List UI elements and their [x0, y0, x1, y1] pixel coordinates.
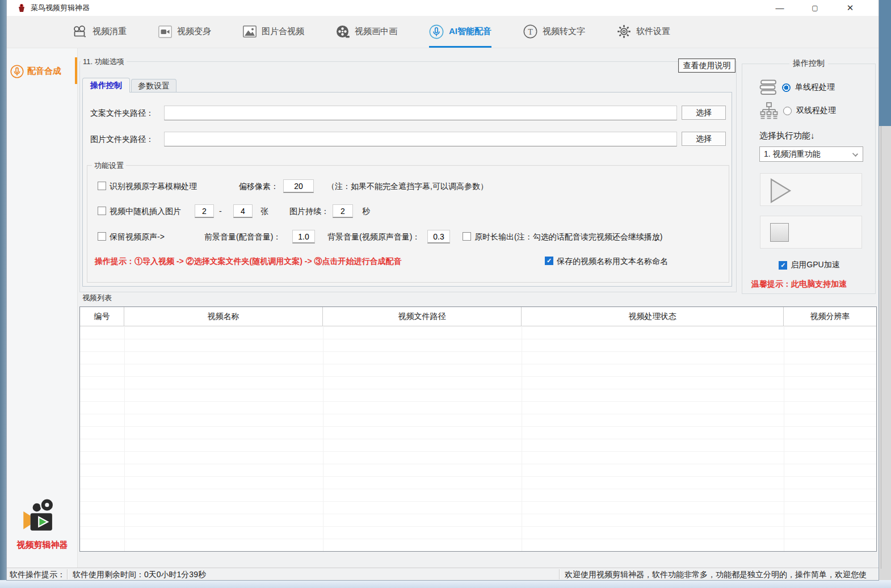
fg-volume-input[interactable]	[292, 230, 315, 243]
text-folder-input[interactable]	[164, 106, 677, 120]
status-label: 软件操作提示：	[10, 570, 65, 580]
gpu-label: 启用GPU加速	[791, 260, 839, 270]
chevron-down-icon	[852, 151, 858, 157]
offset-pixels-input[interactable]	[283, 179, 314, 193]
gpu-hint-text: 温馨提示：此电脑支持加速	[751, 279, 847, 289]
app-window: 菜鸟视频剪辑神器 — ▢ ✕ 视频消重 视频变身	[7, 0, 879, 580]
microphone-icon	[429, 24, 444, 39]
desktop-edge-left	[0, 0, 7, 580]
function-settings-groupbox: 功能设置 识别视频原字幕模糊处理 偏移像素： （注：如果不能完全遮挡字幕,可以调…	[87, 165, 729, 283]
operation-control-groupbox: 单线程处理 双线程处理 选择执行功能↓ 1. 视频消重功能	[742, 64, 876, 294]
gear-icon	[617, 24, 631, 39]
divider	[559, 569, 560, 579]
dual-thread-icon	[759, 102, 779, 120]
play-icon	[770, 178, 792, 203]
title-bar: 菜鸟视频剪辑神器 — ▢ ✕	[7, 0, 879, 16]
video-list-body[interactable]	[80, 327, 876, 551]
column-header-name[interactable]: 视频名称	[124, 307, 323, 326]
subtitle-blur-row: 识别视频原字幕模糊处理 偏移像素： （注：如果不能完全遮挡字幕,可以调高参数）	[87, 179, 729, 193]
subtitle-blur-checkbox[interactable]	[98, 182, 106, 190]
fg-volume-label: 前景音量(配音音量)：	[204, 232, 281, 242]
nav-tab-picture-in-picture[interactable]: 视频画中画	[336, 16, 397, 48]
stop-button[interactable]	[760, 216, 862, 249]
microphone-icon	[10, 65, 24, 78]
image-duration-input[interactable]	[333, 204, 353, 218]
select-function-label: 选择执行功能↓	[759, 131, 815, 141]
maximize-button[interactable]: ▢	[809, 0, 821, 16]
column-header-path[interactable]: 视频文件路径	[323, 307, 522, 326]
function-select-dropdown[interactable]: 1. 视频消重功能	[759, 146, 863, 162]
minimize-button[interactable]: —	[774, 0, 785, 16]
operation-hint-row: 操作提示：①导入视频 -> ②选择文案文件夹(随机调用文案) -> ③点击开始进…	[87, 255, 729, 268]
single-thread-icon	[759, 79, 777, 96]
svg-text:T: T	[528, 28, 533, 36]
insert-unit-label: 张	[260, 207, 268, 217]
sidebar-active-indicator	[75, 57, 77, 84]
column-header-number[interactable]: 编号	[80, 307, 124, 326]
nav-tab-video-to-text[interactable]: T 视频转文字	[523, 16, 585, 48]
nav-tab-image-to-video[interactable]: 图片合视频	[243, 16, 304, 48]
check-icon: ✓	[780, 262, 785, 268]
divider	[67, 569, 68, 579]
video-list-title: 视频列表	[81, 293, 114, 303]
operation-hint-text: 操作提示：①导入视频 -> ②选择文案文件夹(随机调用文案) -> ③点击开始进…	[95, 257, 402, 267]
divider	[881, 126, 881, 569]
insert-max-input[interactable]	[233, 204, 253, 218]
random-insert-row: 视频中随机插入图片 - 张 图片持续： 秒	[87, 204, 729, 218]
single-thread-radio[interactable]	[782, 83, 791, 92]
start-button[interactable]	[760, 173, 862, 206]
save-name-checkbox[interactable]: ✓	[545, 257, 553, 265]
single-thread-label: 单线程处理	[795, 82, 835, 93]
dual-thread-label: 双线程处理	[796, 106, 836, 116]
sidebar-item-dubbing-synthesis[interactable]: 配音合成	[10, 58, 78, 84]
sidebar: 配音合成 视频剪辑神器	[7, 48, 78, 568]
tab-operation-control[interactable]: 操作控制	[82, 78, 130, 93]
film-reel-icon	[336, 25, 350, 39]
top-nav: 视频消重 视频变身 图片合视频	[7, 16, 879, 48]
bg-volume-input[interactable]	[427, 230, 450, 243]
image-folder-choose-button[interactable]: 选择	[682, 132, 726, 146]
image-folder-row: 图片文件夹路径： 选择	[90, 132, 726, 146]
duration-unit-label: 秒	[362, 207, 370, 217]
gpu-checkbox[interactable]: ✓	[779, 261, 787, 270]
operation-control-title: 操作控制	[789, 58, 828, 69]
column-divider	[522, 327, 522, 551]
desktop-edge-right	[879, 0, 891, 580]
column-header-status[interactable]: 视频处理状态	[522, 307, 784, 326]
original-duration-label: 原时长输出(注：勾选的话配音读完视频还会继续播放)	[474, 232, 662, 242]
status-bar: 软件操作提示： 软件使用剩余时间：0天0小时1分39秒 欢迎使用视频剪辑神器，软…	[7, 568, 879, 580]
original-duration-checkbox[interactable]	[463, 232, 471, 241]
sidebar-item-label: 配音合成	[27, 66, 61, 77]
video-camera-icon	[158, 26, 172, 38]
function-options-title: 11. 功能选项	[81, 57, 127, 67]
subtitle-blur-label: 识别视频原字幕模糊处理	[110, 182, 197, 192]
video-list-table: 编号 视频名称 视频文件路径 视频处理状态 视频分辨率	[79, 306, 877, 552]
keep-audio-row: 保留视频原声-> 前景音量(配音音量)： 背景音量(视频原声音量)： 原时长输出…	[87, 230, 729, 243]
tab-parameter-settings[interactable]: 参数设置	[131, 79, 176, 93]
remaining-time-text: 软件使用剩余时间：0天0小时1分39秒	[73, 570, 206, 580]
close-button[interactable]: ✕	[844, 0, 856, 16]
keep-audio-checkbox[interactable]	[98, 232, 106, 241]
dual-thread-radio[interactable]	[783, 107, 792, 115]
column-divider	[323, 327, 323, 551]
stop-icon	[770, 223, 789, 242]
check-icon: ✓	[547, 258, 552, 264]
column-header-resolution[interactable]: 视频分辨率	[784, 307, 876, 326]
nav-tab-video-dedup[interactable]: 视频消重	[73, 16, 127, 48]
nav-tab-video-transform[interactable]: 视频变身	[158, 16, 211, 48]
nav-tab-ai-dubbing[interactable]: AI智能配音	[429, 16, 491, 48]
view-instructions-button[interactable]: 查看使用说明	[678, 58, 736, 73]
random-insert-checkbox[interactable]	[98, 207, 106, 215]
nav-tab-settings[interactable]: 软件设置	[617, 16, 670, 48]
insert-min-input[interactable]	[195, 204, 214, 218]
function-settings-title: 功能设置	[92, 161, 126, 171]
text-folder-choose-button[interactable]: 选择	[682, 106, 726, 120]
image-folder-input[interactable]	[164, 132, 677, 146]
offset-pixels-label: 偏移像素：	[239, 182, 279, 192]
background-window-sliver	[879, 0, 891, 126]
offset-note: （注：如果不能完全遮挡字幕,可以调高参数）	[327, 182, 488, 192]
column-divider	[784, 327, 784, 551]
image-duration-label: 图片持续：	[289, 207, 329, 217]
video-list-header: 编号 视频名称 视频文件路径 视频处理状态 视频分辨率	[80, 307, 876, 326]
window-title: 菜鸟视频剪辑神器	[31, 3, 90, 13]
